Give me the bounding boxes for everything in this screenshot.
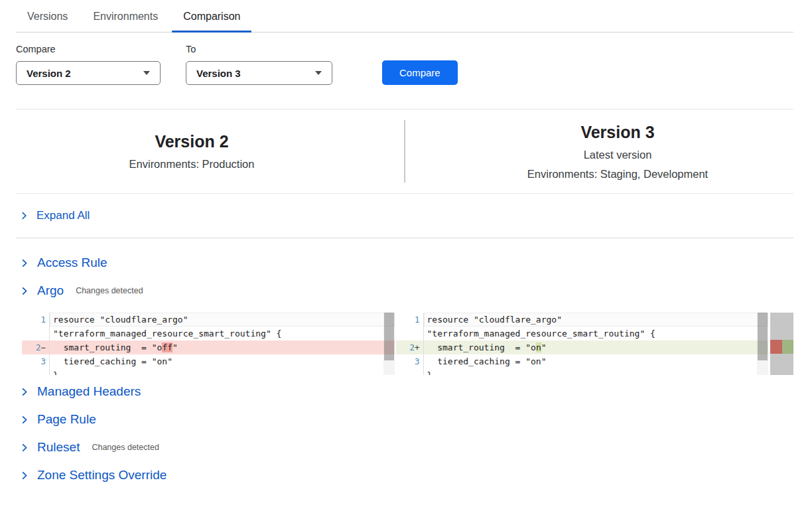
right-scrollbar[interactable] [757,313,768,375]
left-scrollbar[interactable] [383,313,395,375]
tab-environments[interactable]: Environments [82,0,169,32]
code-text: smart_routing = "on" [424,340,769,354]
expand-all-label: Expand All [36,209,90,222]
diff-sign: − [40,340,46,354]
right-scrollbar-thumb[interactable] [758,313,768,360]
compare-from-select[interactable]: Version 2 [16,61,161,85]
left-version-environments: Environments: Production [16,158,368,171]
tab-versions[interactable]: Versions [16,0,79,32]
line-number: 1 [415,313,420,327]
diff-pane-right: 1 resource "cloudflare_argo" "terraform_… [396,313,769,375]
compare-field: Compare Version 2 [16,44,161,85]
code-text: tiered_caching = "on" [424,354,769,368]
chevron-right-icon [19,387,29,397]
diff-line: 3 tiered_caching = "on" [22,354,395,368]
section-page-rule[interactable]: Page Rule [19,412,793,427]
code-text: resource "cloudflare_argo" [50,313,395,327]
diff-pane-left: 1 resource "cloudflare_argo" "terraform_… [22,313,395,375]
section-label: Access Rule [37,256,107,270]
section-label: Zone Settings Override [37,468,167,483]
expand-all-button[interactable]: Expand All [16,194,793,238]
to-label: To [186,44,332,54]
section-label: Argo [37,283,64,298]
section-label: Ruleset [37,440,80,455]
caret-down-icon [315,71,322,75]
code-text: tiered_caching = "on" [50,354,395,368]
chevron-right-icon [19,286,29,296]
line-number: 3 [40,354,46,368]
compare-label: Compare [16,44,161,54]
section-argo[interactable]: Argo Changes detected [19,283,793,298]
ruler-removed-mark [770,340,782,354]
right-version-environments: Environments: Staging, Development [442,168,793,181]
tab-bar: Versions Environments Comparison [16,0,793,33]
chevron-right-icon [19,443,29,453]
changes-detected-badge: Changes detected [92,443,159,452]
chevron-right-icon [19,471,29,481]
code-text: "terraform_managed_resource_smart_routin… [424,327,769,340]
caret-down-icon [143,71,150,75]
diff-sign: + [415,340,420,354]
changes-detected-badge: Changes detected [76,286,143,295]
line-number: 2 [36,340,41,354]
ruler-added-mark [782,340,794,354]
compare-from-value: Version 2 [27,68,71,79]
version-panel-right: Version 3 Latest version Environments: S… [405,110,793,193]
diff-line: } [396,368,769,375]
chevron-right-icon [19,415,29,425]
diff-line-wrap: "terraform_managed_resource_smart_routin… [22,327,395,340]
diff-line-added: 2+ smart_routing = "on" [396,340,769,354]
line-number: 3 [415,354,420,368]
diff-line: 1 resource "cloudflare_argo" [22,313,395,327]
section-label: Managed Headers [37,384,141,399]
left-scrollbar-thumb[interactable] [384,313,394,360]
compare-to-value: Version 3 [196,68,241,79]
version-panel-left: Version 2 Environments: Production [16,110,404,193]
line-number: 2 [409,340,415,354]
chevron-right-icon [19,258,29,268]
page: Versions Environments Comparison Compare… [0,0,812,509]
section-ruleset[interactable]: Ruleset Changes detected [19,440,793,455]
left-version-title: Version 2 [16,132,368,151]
argo-diff-viewer: 1 resource "cloudflare_argo" "terraform_… [22,313,793,375]
code-text: } [50,368,395,375]
diff-line-removed: 2− smart_routing = "off" [22,340,395,354]
compare-button[interactable]: Compare [382,60,458,85]
line-number: 1 [40,313,46,327]
code-text: smart_routing = "off" [50,340,395,354]
diff-overview-ruler[interactable] [770,313,793,375]
to-field: To Version 3 [186,44,332,85]
code-text: "terraform_managed_resource_smart_routin… [50,327,395,340]
tab-comparison[interactable]: Comparison [172,0,251,32]
right-version-title: Version 3 [442,123,793,142]
section-label: Page Rule [37,412,96,427]
code-text: } [424,368,769,375]
version-panels: Version 2 Environments: Production Versi… [16,109,793,194]
diff-line-wrap: "terraform_managed_resource_smart_routin… [396,327,769,340]
chevron-right-icon [19,211,29,220]
diff-line: } [22,368,395,375]
code-text: resource "cloudflare_argo" [424,313,769,327]
diff-line: 1 resource "cloudflare_argo" [396,313,769,327]
right-version-latest: Latest version [442,149,793,161]
diff-line: 3 tiered_caching = "on" [396,354,769,368]
section-access-rule[interactable]: Access Rule [19,256,793,270]
section-zone-settings-override[interactable]: Zone Settings Override [19,468,793,483]
compare-to-select[interactable]: Version 3 [186,61,332,85]
section-managed-headers[interactable]: Managed Headers [19,384,793,399]
compare-form: Compare Version 2 To Version 3 Compare [16,44,793,85]
